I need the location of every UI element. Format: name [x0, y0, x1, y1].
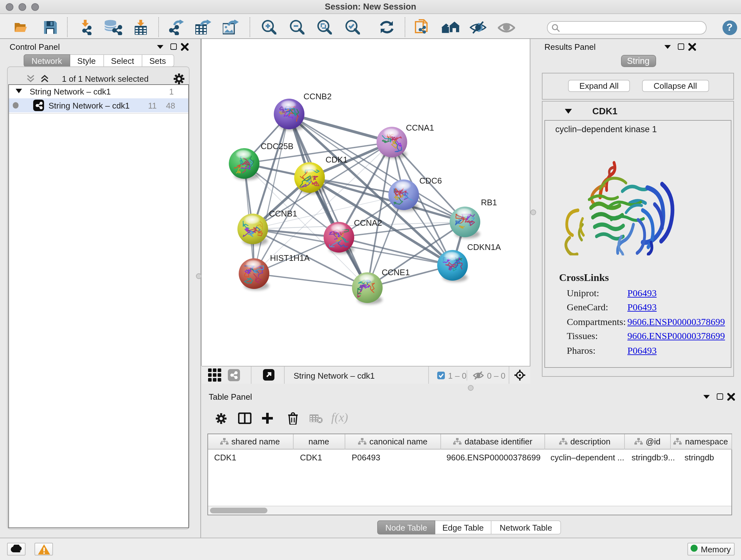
svg-text:CCNA1: CCNA1 [406, 123, 434, 132]
svg-text:RB1: RB1 [481, 198, 497, 207]
svg-text:CCNA2: CCNA2 [354, 218, 382, 228]
svg-text:CCNB1: CCNB1 [269, 209, 297, 219]
svg-text:HIST1H1A: HIST1H1A [270, 253, 310, 263]
svg-text:CCNE1: CCNE1 [382, 267, 410, 277]
svg-text:CCNB2: CCNB2 [304, 91, 332, 101]
svg-text:CDC6: CDC6 [419, 176, 442, 186]
svg-text:CDK1: CDK1 [326, 155, 347, 165]
svg-text:CDC25B: CDC25B [261, 141, 293, 151]
svg-text:CDKN1A: CDKN1A [467, 242, 501, 252]
